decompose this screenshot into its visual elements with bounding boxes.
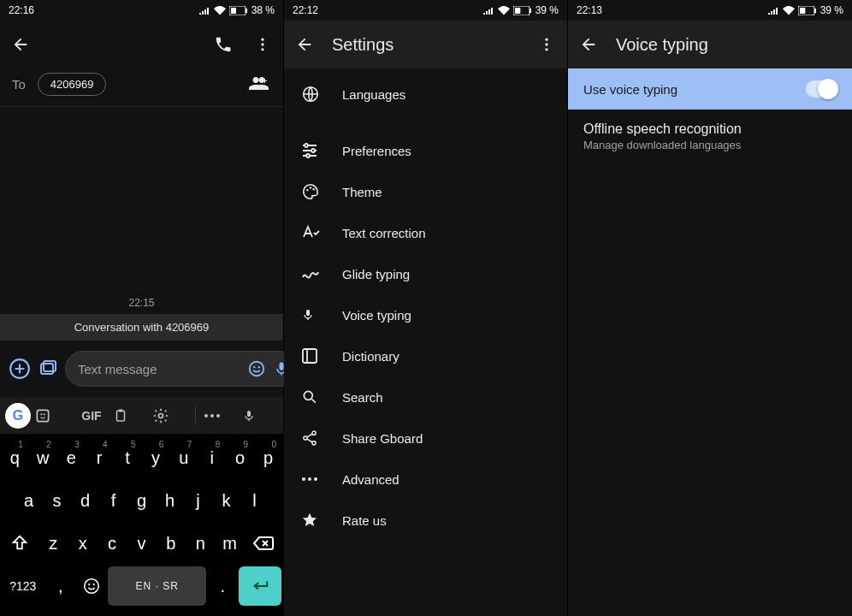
sticker-icon[interactable] bbox=[34, 407, 70, 424]
key-o[interactable]: 9o bbox=[227, 438, 253, 477]
key-b[interactable]: b bbox=[157, 524, 185, 563]
clipboard-icon[interactable] bbox=[113, 407, 149, 424]
key-t[interactable]: 5t bbox=[115, 438, 141, 477]
svg-point-4 bbox=[261, 43, 263, 45]
settings-item-glide-typing[interactable]: Glide typing bbox=[284, 253, 567, 294]
settings-item-voice-typing[interactable]: Voice typing bbox=[284, 294, 567, 335]
offline-speech-row[interactable]: Offline speech recognition Manage downlo… bbox=[568, 110, 852, 163]
key-u[interactable]: 7u bbox=[170, 438, 197, 477]
svg-point-9 bbox=[250, 362, 264, 376]
key-w[interactable]: 2w bbox=[30, 438, 56, 477]
settings-item-share[interactable]: Share Gboard bbox=[284, 418, 567, 459]
svg-point-5 bbox=[261, 48, 263, 50]
svg-rect-49 bbox=[814, 9, 816, 13]
key-row-4: ?123 , EN · SR . bbox=[2, 566, 281, 606]
key-f[interactable]: f bbox=[100, 481, 127, 520]
enter-key[interactable] bbox=[239, 566, 281, 606]
attach-add-icon[interactable] bbox=[9, 354, 31, 383]
settings-item-text-correction[interactable]: Text correction bbox=[284, 212, 567, 253]
phone-icon[interactable] bbox=[211, 33, 235, 56]
text-correction-icon bbox=[301, 224, 322, 241]
signal-icon bbox=[767, 6, 779, 15]
key-l[interactable]: l bbox=[241, 481, 268, 520]
back-icon[interactable] bbox=[293, 33, 317, 56]
wifi-icon bbox=[214, 6, 226, 15]
key-c[interactable]: c bbox=[98, 524, 126, 563]
more-icon[interactable] bbox=[251, 33, 275, 56]
shift-key[interactable] bbox=[2, 524, 38, 563]
svg-rect-22 bbox=[247, 411, 251, 417]
messages-pane: 22:16 38 % To 4206969 bbox=[0, 0, 284, 616]
svg-rect-2 bbox=[231, 8, 236, 14]
key-d[interactable]: d bbox=[72, 481, 98, 520]
key-p[interactable]: 0p bbox=[255, 438, 281, 477]
status-right: 38 % bbox=[198, 4, 275, 16]
settings-item-dictionary[interactable]: Dictionary bbox=[284, 335, 567, 376]
svg-point-23 bbox=[85, 579, 99, 594]
status-time: 22:12 bbox=[293, 4, 318, 16]
key-x[interactable]: x bbox=[69, 524, 97, 563]
keyboard-keys: 1q 2w 3e 4r 5t 6y 7u 8i 9o 0p a s d f g bbox=[0, 435, 283, 616]
settings-gear-icon[interactable] bbox=[152, 407, 188, 424]
key-n[interactable]: n bbox=[186, 524, 214, 563]
message-input[interactable] bbox=[78, 362, 240, 376]
status-time: 22:13 bbox=[577, 4, 602, 16]
svg-rect-27 bbox=[530, 9, 531, 13]
gallery-icon[interactable] bbox=[38, 354, 58, 383]
settings-item-search[interactable]: Search bbox=[284, 376, 567, 418]
gif-button[interactable]: GIF bbox=[74, 409, 109, 423]
settings-item-languages[interactable]: Languages bbox=[284, 74, 567, 115]
settings-item-theme[interactable]: Theme bbox=[284, 171, 567, 212]
key-e[interactable]: 3e bbox=[58, 438, 85, 477]
settings-pane: 22:12 39 % Settings Languages bbox=[284, 0, 568, 616]
settings-item-rate-us[interactable]: Rate us bbox=[284, 500, 567, 541]
voice-typing-toggle[interactable] bbox=[806, 80, 837, 98]
key-m[interactable]: m bbox=[216, 524, 243, 563]
use-voice-typing-row[interactable]: Use voice typing bbox=[568, 68, 852, 110]
wifi-icon bbox=[498, 6, 510, 15]
settings-item-advanced[interactable]: Advanced bbox=[284, 459, 567, 500]
period-key[interactable]: . bbox=[208, 566, 237, 606]
emoji-icon[interactable] bbox=[247, 359, 266, 378]
more-icon[interactable] bbox=[535, 33, 559, 56]
dots-icon bbox=[301, 477, 322, 482]
svg-rect-13 bbox=[37, 410, 48, 421]
keyboard: G GIF bbox=[0, 397, 283, 616]
mic-icon[interactable] bbox=[242, 406, 278, 425]
settings-item-preferences[interactable]: Preferences bbox=[284, 130, 567, 171]
backspace-key[interactable] bbox=[246, 524, 281, 563]
key-s[interactable]: s bbox=[44, 481, 70, 520]
svg-rect-12 bbox=[280, 363, 284, 370]
page-title: Voice typing bbox=[616, 35, 843, 55]
key-v[interactable]: v bbox=[127, 524, 155, 563]
key-row-2: a s d f g h j k l bbox=[2, 481, 281, 520]
palette-icon bbox=[301, 182, 322, 201]
emoji-key[interactable] bbox=[77, 566, 106, 606]
key-k[interactable]: k bbox=[213, 481, 240, 520]
key-h[interactable]: h bbox=[157, 481, 183, 520]
back-icon[interactable] bbox=[577, 33, 601, 56]
space-key[interactable]: EN · SR bbox=[108, 566, 206, 606]
key-g[interactable]: g bbox=[128, 481, 155, 520]
battery-icon bbox=[229, 6, 248, 15]
key-z[interactable]: z bbox=[39, 524, 67, 563]
signal-icon bbox=[482, 6, 494, 15]
key-r[interactable]: 4r bbox=[86, 438, 113, 477]
symbols-key[interactable]: ?123 bbox=[2, 566, 44, 606]
key-j[interactable]: j bbox=[185, 481, 211, 520]
key-a[interactable]: a bbox=[15, 481, 42, 520]
back-icon[interactable] bbox=[9, 33, 33, 56]
key-y[interactable]: 6y bbox=[143, 438, 169, 477]
svg-rect-28 bbox=[515, 8, 520, 14]
battery-icon bbox=[798, 6, 817, 15]
comma-key[interactable]: , bbox=[46, 566, 75, 606]
add-people-icon[interactable] bbox=[247, 72, 271, 96]
key-i[interactable]: 8i bbox=[198, 438, 225, 477]
recipient-chip[interactable]: 4206969 bbox=[38, 73, 107, 96]
mic-icon bbox=[301, 305, 322, 324]
key-q[interactable]: 1q bbox=[2, 438, 28, 477]
google-icon[interactable]: G bbox=[5, 403, 31, 429]
compose-bar bbox=[0, 341, 283, 397]
svg-point-45 bbox=[302, 477, 305, 481]
more-horizontal-icon[interactable] bbox=[203, 412, 239, 419]
